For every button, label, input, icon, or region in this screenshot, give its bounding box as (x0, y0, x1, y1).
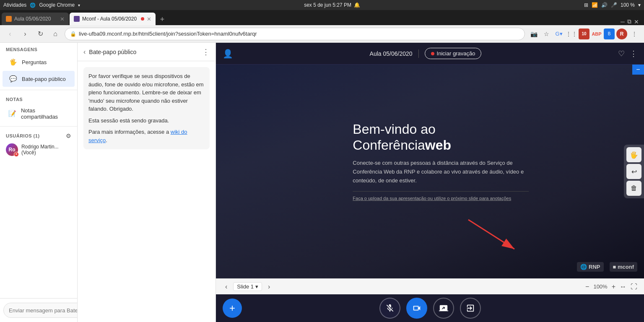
leave-button[interactable] (460, 298, 481, 319)
main-content: 👤 Aula 05/06/2020 Iniciar gravação ♡ ⋮ (216, 43, 644, 322)
svg-line-1 (468, 220, 514, 249)
user-item-rodrigo[interactable]: Ro ✕ Rodrigo Martin...(Você) (0, 141, 77, 158)
pointer-tool-button[interactable]: 🖐 (626, 147, 641, 162)
leave-icon (466, 304, 475, 313)
home-button[interactable]: ⌂ (49, 28, 61, 40)
translate-icon[interactable]: G▾ (553, 29, 564, 39)
zoom-out-button[interactable]: − (585, 283, 589, 291)
chat-messages: Por favor verifique se seus dispositivos… (78, 61, 216, 322)
slide-title-line2: Conferência (353, 138, 425, 153)
new-tab-button[interactable]: + (156, 13, 168, 25)
start-recording-button[interactable]: Iniciar gravação (425, 48, 482, 59)
heart-icon[interactable]: ♡ (618, 49, 625, 58)
tab-label-mconf: Mconf - Aula 05/06/2020 (82, 16, 137, 22)
profile-avatar[interactable]: R (616, 29, 627, 39)
notas-label: Notas compartilhadas (21, 107, 69, 120)
bookmark-icon[interactable]: ☆ (541, 29, 552, 39)
maximize-window-icon[interactable]: ⧉ (627, 18, 631, 25)
slide-logos: 🌐 RNP ■ mconf (577, 262, 637, 272)
bate-papo-label: Bate-papo público (22, 76, 66, 82)
undo-button[interactable]: ↩ (626, 164, 641, 179)
prev-slide-button[interactable]: ‹ (223, 282, 230, 291)
tab-label-aula: Aula 05/06/2020 (14, 16, 51, 22)
activities-label[interactable]: Atividades (3, 2, 26, 8)
forward-button[interactable]: › (19, 28, 31, 40)
sidebar-item-notas[interactable]: 📝 Notas compartilhadas (3, 104, 75, 123)
conf-menu-icon[interactable]: ⋮ (630, 49, 637, 58)
app-container: MENSAGENS 🖐 Perguntas 💬 Bate-papo públic… (0, 43, 644, 322)
sidebar-item-bate-papo[interactable]: 💬 Bate-papo público (3, 71, 75, 87)
next-slide-button[interactable]: › (265, 282, 273, 291)
reload-button[interactable]: ↻ (34, 28, 46, 40)
notification-bell-icon[interactable]: 🔔 (354, 2, 360, 8)
microphone-button[interactable] (379, 298, 400, 319)
close-window-icon[interactable]: ✕ (634, 18, 639, 25)
extension-abp-icon[interactable]: ABP (591, 29, 602, 39)
fit-page-button[interactable]: ↔ (620, 283, 626, 291)
fullscreen-button[interactable]: ⛶ (631, 283, 637, 291)
add-action-button[interactable]: + (223, 299, 242, 318)
sidebar-item-perguntas[interactable]: 🖐 Perguntas (3, 54, 75, 70)
conf-header-right: ♡ ⋮ (618, 49, 637, 58)
chat-options-button[interactable]: ⋮ (202, 47, 210, 57)
tab-favicon-aula (6, 16, 12, 22)
tab-favicon-mconf (74, 16, 80, 22)
trash-button[interactable]: 🗑 (626, 181, 641, 196)
minimize-window-icon[interactable]: ─ (621, 18, 625, 25)
power-chevron-icon[interactable]: ▾ (638, 2, 641, 8)
volume-icon[interactable]: 🔊 (601, 2, 608, 8)
window-controls[interactable]: ─ ⧉ ✕ (621, 18, 642, 25)
slide-selector[interactable]: Slide 1 ▾ (233, 282, 262, 291)
slide-title: Bem-vindo ao Conferênciaweb (353, 121, 644, 153)
header-separator (418, 49, 419, 58)
os-bar-right: ⊞ 📶 🔊 🎤 100 % ▾ (584, 2, 641, 8)
tab-mconf[interactable]: Mconf - Aula 05/06/2020 ✕ (70, 13, 156, 25)
dropdown-chevron-icon[interactable]: ▾ (78, 3, 80, 8)
wifi-icon[interactable]: 📶 (592, 2, 598, 8)
conf-header-left: 👤 (223, 49, 233, 59)
browser-favicon: 🌐 (30, 3, 36, 8)
camera-button[interactable] (406, 298, 427, 319)
slide-title-line1: Bem-vindo ao (353, 121, 435, 136)
users-settings-icon[interactable]: ⚙ (66, 132, 71, 139)
slide-nav-bar: ‹ Slide 1 ▾ › − 100% + ↔ ⛶ (216, 278, 644, 294)
chrome-menu-icon[interactable]: ⋮ (629, 29, 640, 39)
screen-share-icon (439, 304, 448, 313)
mic-icon[interactable]: 🎤 (611, 2, 617, 8)
divider-1 (0, 90, 77, 90)
extension-red-icon[interactable]: 10 (579, 29, 589, 39)
chat-back-button[interactable]: ‹ (83, 48, 86, 56)
slide-title-bold: web (425, 138, 451, 153)
slide-nav-right: − 100% + ↔ ⛶ (585, 283, 637, 291)
back-button[interactable]: ‹ (4, 28, 16, 40)
message-input[interactable] (3, 303, 78, 318)
os-bar: Atividades 🌐 Google Chrome ▾ sex 5 de ju… (0, 0, 644, 10)
chat-panel: ‹ Bate-papo público ⋮ Por favor verifiqu… (78, 43, 216, 322)
user-profile-icon[interactable]: 👤 (223, 49, 233, 58)
extension-blue-icon[interactable]: B (604, 29, 615, 39)
hand-icon: 🖐 (8, 57, 18, 67)
usuarios-section-title: USUÁRIOS (1) (6, 133, 40, 138)
slide-label: Slide 1 (237, 283, 254, 290)
mensagens-section-title: MENSAGENS (0, 43, 77, 54)
tab-close-mconf[interactable]: ✕ (147, 16, 151, 22)
browser-name-label[interactable]: Google Chrome (39, 2, 75, 8)
zoom-in-button[interactable]: + (612, 283, 615, 291)
plus-icon: + (229, 302, 235, 314)
camera-toolbar-icon[interactable]: 📷 (528, 29, 539, 39)
chat-icon: 💬 (8, 74, 18, 83)
tab-close-aula[interactable]: ✕ (60, 16, 65, 22)
camera-icon (412, 304, 421, 313)
chat-message-welcome: Por favor verifique se seus dispositivos… (83, 67, 210, 149)
wiki-link[interactable]: wiki do serviço (88, 129, 187, 143)
screen-share-button[interactable] (433, 298, 454, 319)
browser-toolbar: ‹ › ↻ ⌂ 🔒 live-ufba09.mconf.rnp.br/html5… (0, 25, 644, 43)
tab-aula[interactable]: Aula 05/06/2020 ✕ (2, 13, 69, 25)
notes-icon: 📝 (8, 109, 17, 118)
minimize-button[interactable]: − (632, 65, 644, 75)
apps-icon[interactable]: ⋮⋮ (566, 29, 577, 39)
address-bar[interactable]: 🔒 live-ufba09.mconf.rnp.br/html5client/j… (65, 28, 525, 40)
chat-header-left: ‹ Bate-papo público (83, 48, 136, 56)
windows-icon[interactable]: ⊞ (584, 2, 588, 8)
toolbar-icons: 📷 ☆ G▾ ⋮⋮ 10 ABP B R ⋮ (528, 29, 640, 39)
